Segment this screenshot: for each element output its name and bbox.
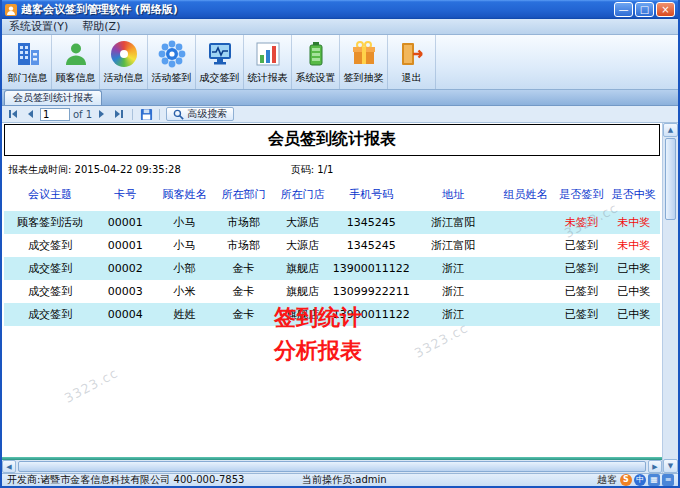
toolbar-label: 成交签到 bbox=[200, 71, 240, 85]
table-cell: 00002 bbox=[96, 257, 155, 280]
minimize-button[interactable]: — bbox=[614, 2, 633, 17]
table-cell: 13099922211 bbox=[332, 280, 411, 303]
activity-info-button[interactable]: 活动信息 bbox=[100, 35, 148, 89]
report-chart-icon bbox=[253, 39, 283, 69]
toolbar-label: 统计报表 bbox=[248, 71, 288, 85]
table-cell: 00001 bbox=[96, 234, 155, 257]
report-content: 会员签到统计报表 报表生成时间: 2015-04-22 09:35:28 页码:… bbox=[2, 123, 678, 473]
table-cell: 未签到 bbox=[555, 211, 607, 234]
status-bar: 开发商:诸暨市金客信息科技有限公司 400-000-7853 当前操作员:adm… bbox=[2, 473, 678, 486]
system-settings-icon bbox=[301, 39, 331, 69]
maximize-button[interactable]: □ bbox=[635, 2, 654, 17]
department-info-button[interactable]: 部门信息 bbox=[4, 35, 52, 89]
system-settings-button[interactable]: 系统设置 bbox=[292, 35, 340, 89]
table-cell bbox=[496, 303, 555, 326]
signin-lottery-button[interactable]: 签到抽奖 bbox=[340, 35, 388, 89]
table-cell: 大源店 bbox=[273, 234, 332, 257]
table-cell: 未中奖 bbox=[607, 211, 660, 234]
current-operator: 当前操作员:admin bbox=[302, 473, 387, 487]
table-cell: 金卡 bbox=[214, 280, 273, 303]
table-cell: 小米 bbox=[155, 280, 214, 303]
menu-system-settings[interactable]: 系统设置(Y) bbox=[7, 19, 70, 34]
column-header: 顾客姓名 bbox=[155, 179, 214, 211]
report-generated-time: 报表生成时间: 2015-04-22 09:35:28 bbox=[8, 163, 181, 177]
menu-help[interactable]: 帮助(Z) bbox=[80, 19, 122, 34]
app-icon bbox=[5, 4, 17, 16]
scroll-track[interactable] bbox=[663, 221, 678, 459]
table-cell: 成交签到 bbox=[4, 303, 96, 326]
table-row[interactable]: 顾客签到活动00001小马市场部大源店1345245浙江富阳未签到未中奖 bbox=[4, 211, 660, 234]
toolbar-label: 签到抽奖 bbox=[344, 71, 384, 85]
table-cell: 已签到 bbox=[555, 234, 607, 257]
site-watermark: 3323.cc bbox=[412, 320, 471, 361]
statistics-report-button[interactable]: 统计报表 bbox=[244, 35, 292, 89]
next-page-button[interactable] bbox=[95, 108, 109, 121]
advanced-search-button[interactable]: 高级搜索 bbox=[166, 107, 234, 121]
horizontal-scrollbar[interactable]: ◀ ▶ bbox=[2, 460, 662, 473]
status-right-cluster: 越客 S中▦≡ bbox=[597, 473, 674, 487]
exit-button[interactable]: 退出 bbox=[388, 35, 436, 89]
ime-toolbar: S中▦≡ bbox=[620, 474, 674, 486]
save-report-button[interactable] bbox=[139, 108, 153, 121]
table-cell: 市场部 bbox=[214, 211, 273, 234]
toolbar-label: 退出 bbox=[402, 71, 422, 85]
table-cell: 成交签到 bbox=[4, 257, 96, 280]
table-cell: 成交签到 bbox=[4, 280, 96, 303]
scroll-left-icon[interactable]: ◀ bbox=[2, 460, 16, 473]
table-row[interactable]: 成交签到00004姓姓金卡旗舰店13900011122浙江已签到已中奖 bbox=[4, 303, 660, 326]
toolbar: 部门信息 顾客信息 活动信息 活动签到 成交签到 bbox=[2, 35, 678, 90]
scroll-right-icon[interactable]: ▶ bbox=[648, 460, 662, 473]
table-row[interactable]: 成交签到00003小米金卡旗舰店13099922211浙江已签到已中奖 bbox=[4, 280, 660, 303]
window-title: 越客会议签到管理软件 (网络版) bbox=[21, 2, 612, 17]
table-cell: 小部 bbox=[155, 257, 214, 280]
search-icon bbox=[173, 109, 184, 120]
column-header: 手机号码 bbox=[332, 179, 411, 211]
table-cell: 金卡 bbox=[214, 303, 273, 326]
tab-bar: 会员签到统计报表 bbox=[2, 90, 678, 106]
column-header: 卡号 bbox=[96, 179, 155, 211]
brand-label: 越客 bbox=[597, 473, 617, 487]
column-header: 组员姓名 bbox=[496, 179, 555, 211]
column-header: 所在门店 bbox=[273, 179, 332, 211]
scroll-up-icon[interactable]: ▲ bbox=[663, 123, 678, 137]
previous-page-button[interactable] bbox=[23, 108, 37, 121]
deal-signin-button[interactable]: 成交签到 bbox=[196, 35, 244, 89]
lang-zh-icon[interactable]: 中 bbox=[634, 474, 646, 486]
table-cell: 浙江 bbox=[411, 257, 496, 280]
customer-info-button[interactable]: 顾客信息 bbox=[52, 35, 100, 89]
column-header: 地址 bbox=[411, 179, 496, 211]
table-cell: 00001 bbox=[96, 211, 155, 234]
table-cell: 未中奖 bbox=[607, 234, 660, 257]
activity-signin-button[interactable]: 活动签到 bbox=[148, 35, 196, 89]
horizontal-scroll-thumb[interactable] bbox=[18, 461, 646, 472]
last-page-button[interactable] bbox=[112, 108, 126, 121]
table-row[interactable]: 成交签到00001小马市场部大源店1345245浙江富阳已签到未中奖 bbox=[4, 234, 660, 257]
table-cell: 已签到 bbox=[555, 303, 607, 326]
title-bar: 越客会议签到管理软件 (网络版) — □ × bbox=[2, 0, 678, 19]
report-page-number: 页码: 1/1 bbox=[291, 163, 334, 177]
tab-member-signin-report[interactable]: 会员签到统计报表 bbox=[4, 90, 102, 105]
table-cell: 浙江富阳 bbox=[411, 234, 496, 257]
page-number-input[interactable] bbox=[40, 108, 70, 121]
table-row[interactable]: 成交签到00002小部金卡旗舰店13900011122浙江已签到已中奖 bbox=[4, 257, 660, 280]
sogou-s-icon[interactable]: S bbox=[620, 474, 632, 486]
table-cell: 金卡 bbox=[214, 257, 273, 280]
activity-info-icon bbox=[109, 39, 139, 69]
menu-bar: 系统设置(Y) 帮助(Z) bbox=[2, 19, 678, 35]
table-cell: 已中奖 bbox=[607, 280, 660, 303]
column-header: 是否中奖 bbox=[607, 179, 660, 211]
developer-info: 开发商:诸暨市金客信息科技有限公司 400-000-7853 bbox=[7, 473, 244, 487]
report-page: 会员签到统计报表 报表生成时间: 2015-04-22 09:35:28 页码:… bbox=[2, 123, 662, 457]
table-cell: 旗舰店 bbox=[273, 303, 332, 326]
close-button[interactable]: × bbox=[656, 2, 675, 17]
department-icon bbox=[13, 39, 43, 69]
toolbox-icon[interactable]: ≡ bbox=[662, 474, 674, 486]
vertical-scrollbar[interactable]: ▲ ▼ bbox=[662, 123, 678, 473]
first-page-button[interactable] bbox=[6, 108, 20, 121]
report-nav-bar: of 1 高级搜索 bbox=[2, 106, 678, 123]
table-header-row: 会议主题卡号顾客姓名所在部门所在门店手机号码地址组员姓名是否签到是否中奖 bbox=[4, 179, 660, 211]
scroll-down-icon[interactable]: ▼ bbox=[663, 459, 678, 473]
keyboard-icon[interactable]: ▦ bbox=[648, 474, 660, 486]
customer-icon bbox=[61, 39, 91, 69]
vertical-scroll-thumb[interactable] bbox=[665, 138, 676, 220]
